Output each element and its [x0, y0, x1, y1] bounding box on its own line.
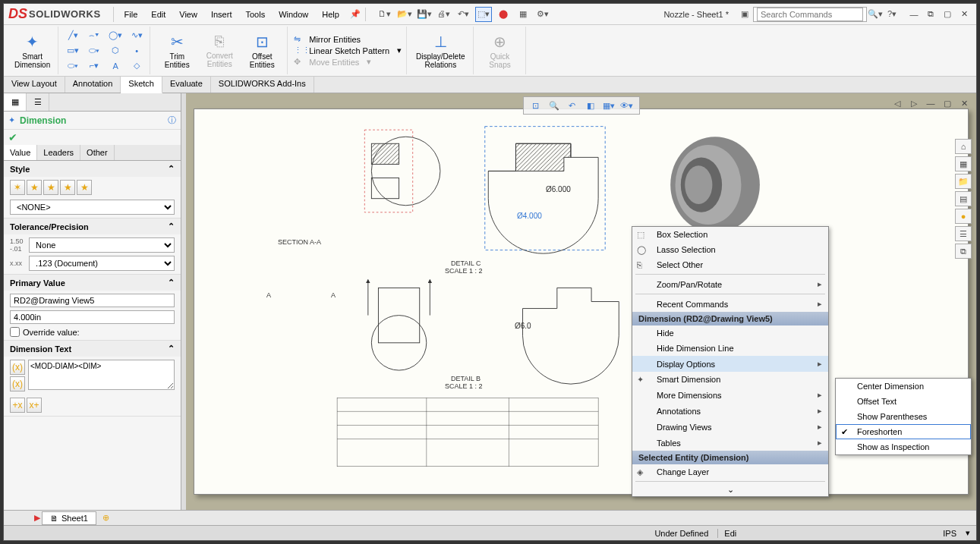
menu-window[interactable]: Window — [273, 7, 314, 22]
smart-dimension-button[interactable]: ✦ Smart Dimension — [11, 31, 53, 71]
add-sheet-icon[interactable]: ⊕ — [98, 513, 114, 523]
doc-restore-icon[interactable]: ▢ — [940, 96, 955, 110]
library-icon[interactable]: 📁 — [955, 174, 972, 189]
print-icon[interactable]: 🖨▾ — [436, 7, 452, 22]
subtab-value[interactable]: Value — [4, 145, 37, 160]
collapse-icon[interactable]: ⌃ — [168, 164, 175, 174]
arc-icon[interactable]: ⌢▾ — [86, 29, 102, 42]
panel-help-icon[interactable]: ⓘ — [168, 115, 176, 126]
options-icon[interactable]: ▦ — [515, 7, 531, 22]
sheet1-tab[interactable]: 🗎Sheet1 — [42, 511, 96, 525]
trim-entities-button[interactable]: ✂ Trim Entities — [156, 31, 197, 71]
fillet-icon[interactable]: ⌐▾ — [86, 59, 102, 73]
collapse-icon[interactable]: ⌃ — [168, 344, 175, 354]
rebuild-icon[interactable]: ⬤ — [495, 7, 512, 22]
display-style-icon[interactable]: ▦▾ — [601, 99, 616, 112]
cm-select-other[interactable]: ⎘Select Other — [632, 257, 828, 272]
settings-icon[interactable]: ⚙▾ — [534, 7, 551, 22]
style-select[interactable]: <NONE> — [10, 200, 175, 215]
doc-minimize-icon[interactable]: — — [923, 96, 938, 110]
plane-icon[interactable]: ◇ — [128, 59, 145, 73]
dim-6000[interactable]: Ø6.000 — [546, 185, 571, 193]
cm-smart-dimension[interactable]: ✦Smart Dimension — [632, 372, 828, 387]
pushpin-icon[interactable]: 📌 — [347, 7, 364, 22]
dimension-value-input[interactable] — [10, 310, 175, 324]
search-input[interactable] — [757, 8, 863, 21]
sm-offset-text[interactable]: Offset Text — [836, 394, 971, 409]
slot-icon[interactable]: ⬭▾ — [86, 44, 102, 58]
linear-pattern-button[interactable]: ⋮⋮ Linear Sketch Pattern ▾ — [294, 45, 402, 56]
hide-show-icon[interactable]: 👁▾ — [619, 99, 635, 112]
cm-display-options[interactable]: Display Options▸ — [632, 356, 828, 372]
select-icon[interactable]: ⬚▾ — [475, 7, 492, 22]
tolerance-type-select[interactable]: None — [29, 237, 175, 253]
offset-entities-button[interactable]: ⊡ Offset Entities — [241, 31, 282, 71]
doc-close-icon[interactable]: ✕ — [956, 96, 972, 110]
cm-expand[interactable]: ⌄ — [632, 483, 828, 496]
search-prefix-icon[interactable]: ▣ — [736, 7, 753, 22]
minimize-icon[interactable]: — — [906, 8, 922, 21]
override-checkbox[interactable] — [10, 327, 20, 337]
dim-6-side[interactable]: Ø6.0 — [515, 322, 531, 330]
home-icon[interactable]: ⌂ — [955, 139, 972, 154]
menu-edit[interactable]: Edit — [145, 7, 172, 22]
zoom-fit-icon[interactable]: ⊡ — [528, 99, 544, 112]
close-icon[interactable]: ✕ — [956, 8, 972, 21]
doc-next-icon[interactable]: ▷ — [906, 96, 922, 110]
sm-foreshorten[interactable]: ✔Foreshorten — [836, 424, 971, 439]
cm-lasso-selection[interactable]: ◯Lasso Selection — [632, 242, 828, 257]
text-icon[interactable]: A — [107, 59, 124, 73]
style-update-icon[interactable]: ★ — [43, 180, 58, 195]
menu-tools[interactable]: Tools — [239, 7, 271, 22]
subtab-other[interactable]: Other — [80, 145, 115, 160]
collapse-icon[interactable]: ⌃ — [168, 278, 175, 288]
align-left-icon[interactable]: +x — [10, 398, 25, 413]
model-tab-icon[interactable]: ▶ — [34, 513, 40, 523]
line-icon[interactable]: ╱▾ — [65, 29, 81, 42]
dimension-text-input[interactable]: <MOD-DIAM><DIM> — [28, 360, 175, 390]
search-icon[interactable]: 🔍▾ — [867, 7, 884, 22]
property-tab[interactable]: ☰ — [27, 93, 49, 111]
ellipse-icon[interactable]: ⬭▾ — [65, 59, 81, 73]
tolerance-precision-select[interactable]: .123 (Document) — [29, 256, 175, 271]
style-delete-icon[interactable]: ★ — [60, 180, 75, 195]
cm-tables[interactable]: Tables▸ — [632, 435, 828, 451]
menu-view[interactable]: View — [173, 7, 203, 22]
style-save-icon[interactable]: ★ — [77, 180, 92, 195]
help-icon[interactable]: ?▾ — [884, 7, 900, 22]
rectangle-icon[interactable]: ▭▾ — [65, 44, 81, 58]
maximize-icon[interactable]: ▢ — [940, 8, 955, 21]
dim-4000-selected[interactable]: Ø4.000 — [517, 212, 542, 220]
sm-show-as-inspection[interactable]: Show as Inspection — [836, 439, 971, 454]
save-icon[interactable]: 💾▾ — [416, 7, 433, 22]
appearances-icon[interactable]: ● — [955, 209, 972, 224]
open-icon[interactable]: 📂▾ — [396, 7, 413, 22]
cm-annotations[interactable]: Annotations▸ — [632, 403, 828, 419]
dimension-name-input[interactable] — [10, 294, 175, 307]
forum-icon[interactable]: ⧉ — [955, 244, 972, 259]
tab-sketch[interactable]: Sketch — [121, 77, 162, 93]
menu-insert[interactable]: Insert — [205, 7, 238, 22]
ok-button[interactable]: ✔ — [4, 130, 181, 145]
tab-view-layout[interactable]: View Layout — [4, 77, 65, 93]
spline-icon[interactable]: ∿▾ — [128, 29, 145, 42]
resources-icon[interactable]: ▦ — [955, 156, 972, 171]
undo-icon[interactable]: ↶▾ — [455, 7, 472, 22]
tab-add-ins[interactable]: SOLIDWORKS Add-Ins — [211, 77, 314, 93]
new-icon[interactable]: 🗋▾ — [377, 7, 393, 22]
collapse-icon[interactable]: ⌃ — [168, 222, 175, 231]
subtab-leaders[interactable]: Leaders — [37, 145, 80, 160]
cm-recent-commands[interactable]: Recent Commands▸ — [632, 296, 828, 312]
cm-drawing-views[interactable]: Drawing Views▸ — [632, 419, 828, 435]
status-units[interactable]: IPS — [943, 529, 956, 538]
text-suffix-icon[interactable]: (x) — [10, 376, 25, 391]
sm-center-dimension[interactable]: Center Dimension — [836, 379, 971, 394]
menu-file[interactable]: File — [118, 7, 144, 22]
prev-view-icon[interactable]: ↶ — [565, 99, 580, 112]
zoom-area-icon[interactable]: 🔍 — [547, 99, 562, 112]
style-apply-icon[interactable]: ✶ — [10, 180, 25, 195]
cm-more-dimensions[interactable]: More Dimensions▸ — [632, 387, 828, 403]
point-icon[interactable]: • — [128, 44, 145, 58]
cm-box-selection[interactable]: ⬚Box Selection — [632, 227, 828, 242]
properties-icon[interactable]: ☰ — [955, 226, 972, 241]
